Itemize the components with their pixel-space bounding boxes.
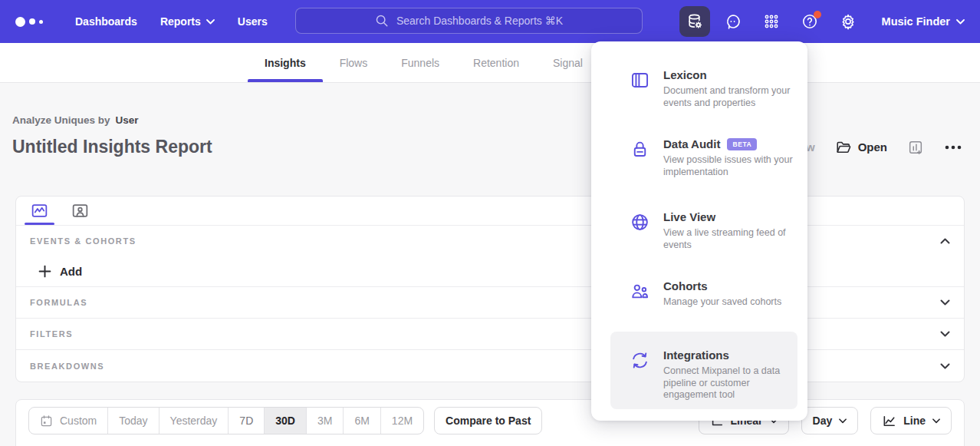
chevron-down-icon: [206, 19, 215, 25]
menu-item-title: Data Audit: [663, 137, 720, 150]
menu-item-lexicon[interactable]: Lexicon Document and transform your even…: [591, 68, 807, 109]
chevron-up-icon[interactable]: [940, 238, 950, 244]
menu-item-description: Document and transform your events and p…: [663, 85, 801, 109]
subtitle-entity[interactable]: User: [116, 114, 139, 126]
chevron-down-icon[interactable]: [940, 299, 950, 306]
nav-label: Users: [238, 15, 268, 28]
chevron-down-icon[interactable]: [940, 363, 950, 369]
apps-grid-icon[interactable]: [756, 6, 787, 37]
range-label: Yesterday: [170, 415, 218, 427]
range-yesterday-segment[interactable]: Yesterday: [159, 408, 229, 434]
menu-item-description: Manage your saved cohorts: [663, 296, 801, 309]
range-3m-segment[interactable]: 3M: [307, 408, 344, 434]
add-to-dashboard-icon[interactable]: [907, 139, 924, 156]
add-label: Add: [60, 265, 82, 278]
feedback-chat-icon[interactable]: [718, 6, 748, 37]
section-formulas[interactable]: FORMULAS: [16, 287, 964, 319]
section-filters[interactable]: FILTERS: [16, 319, 964, 350]
tab-funnels[interactable]: Funnels: [384, 43, 456, 82]
range-label: 3M: [317, 415, 332, 427]
data-management-dropdown: Lexicon Document and transform your even…: [591, 41, 807, 421]
range-today-segment[interactable]: Today: [108, 408, 159, 434]
tab-signal[interactable]: Signal: [536, 43, 600, 82]
project-name: Music Finder: [882, 15, 950, 28]
tab-label: Flows: [340, 57, 368, 69]
nav-item-users[interactable]: Users: [238, 15, 268, 28]
beta-badge: BETA: [727, 138, 757, 150]
menu-item-integrations-highlight[interactable]: Integrations Connect Mixpanel to a data …: [610, 332, 797, 409]
menu-item-description: Connect Mixpanel to a data pipeline or c…: [663, 365, 801, 401]
tab-retention[interactable]: Retention: [456, 43, 536, 82]
tab-insights[interactable]: Insights: [248, 43, 323, 82]
builder-view-tabs: [16, 197, 964, 226]
compare-to-past-button[interactable]: Compare to Past: [434, 407, 542, 434]
search-placeholder: Search Dashboards & Reports ⌘K: [396, 15, 563, 27]
range-6m-segment[interactable]: 6M: [344, 408, 380, 434]
data-management-icon[interactable]: [679, 6, 710, 37]
search-icon: [375, 14, 389, 28]
mixpanel-logo[interactable]: [15, 17, 52, 27]
menu-item-integrations[interactable]: Integrations Connect Mixpanel to a data …: [610, 349, 797, 401]
tab-flows[interactable]: Flows: [323, 43, 385, 82]
profiles-person-icon[interactable]: [67, 197, 93, 225]
project-switcher[interactable]: Music Finder: [882, 15, 965, 28]
folder-open-icon: [835, 139, 852, 156]
section-label: BREAKDOWNS: [30, 362, 104, 371]
notification-dot: [814, 11, 821, 18]
menu-item-title: Integrations: [663, 349, 729, 362]
chevron-down-icon: [932, 418, 940, 424]
chevron-down-icon[interactable]: [940, 331, 950, 337]
page-title[interactable]: Untitled Insights Report: [12, 137, 212, 157]
calendar-icon: [40, 415, 53, 428]
section-breakdowns[interactable]: BREAKDOWNS: [16, 350, 964, 382]
top-navigation: Dashboards Reports Users Search Dashboar…: [0, 0, 980, 43]
range-label: 6M: [354, 415, 369, 427]
query-builder-panel: EVENTS & COHORTS Add FORMULAS FILTERS BR…: [15, 196, 965, 382]
report-tabbar: Insights Flows Funnels Retention Signal …: [0, 43, 980, 83]
tab-label: Insights: [265, 57, 306, 69]
section-events-cohorts[interactable]: EVENTS & COHORTS: [16, 226, 964, 256]
menu-item-title: Lexicon: [663, 68, 707, 81]
nav-item-dashboards[interactable]: Dashboards: [75, 15, 137, 28]
nav-item-reports[interactable]: Reports: [160, 15, 215, 28]
settings-gear-icon[interactable]: [833, 6, 863, 37]
menu-item-cohorts[interactable]: Cohorts Manage your saved cohorts: [591, 279, 807, 309]
chevron-down-icon: [956, 19, 965, 25]
section-label: EVENTS & COHORTS: [30, 236, 136, 246]
chevron-down-icon: [839, 418, 847, 424]
range-custom-segment[interactable]: Custom: [29, 408, 108, 434]
range-label: Custom: [60, 415, 97, 427]
tab-label: Signal: [553, 57, 583, 69]
lexicon-book-icon: [630, 70, 650, 91]
help-icon[interactable]: [794, 6, 825, 37]
more-options-icon[interactable]: [944, 144, 962, 150]
nav-label: Reports: [160, 15, 201, 28]
range-7d-segment[interactable]: 7D: [229, 408, 265, 434]
report-subtitle: Analyze Uniques byUser: [12, 114, 139, 126]
search-input[interactable]: Search Dashboards & Reports ⌘K: [295, 8, 643, 34]
open-report-button[interactable]: Open: [835, 139, 887, 156]
plus-icon: [38, 265, 51, 278]
menu-item-data-audit[interactable]: Data Audit BETA View possible issues wit…: [591, 137, 807, 178]
cohorts-people-icon: [630, 281, 650, 302]
menu-item-live-view[interactable]: Live View View a live streaming feed of …: [591, 210, 807, 251]
chart-toolbar-panel: Custom Today Yesterday 7D 30D 3M 6M 12M …: [15, 399, 965, 446]
range-30d-segment[interactable]: 30D: [265, 408, 307, 434]
interval-selector[interactable]: Day: [801, 407, 859, 434]
range-12m-segment[interactable]: 12M: [381, 408, 423, 434]
menu-item-title: Cohorts: [663, 279, 708, 292]
section-label: FORMULAS: [30, 298, 87, 307]
range-label: 12M: [392, 415, 413, 427]
tab-label: Funnels: [401, 57, 439, 69]
tab-label: Retention: [473, 57, 519, 69]
chart-type-selector[interactable]: Line: [870, 407, 952, 434]
line-chart-icon: [882, 414, 896, 428]
date-range-control: Custom Today Yesterday 7D 30D 3M 6M 12M: [28, 407, 424, 434]
menu-item-description: View a live streaming feed of events: [663, 227, 801, 251]
insights-chart-icon[interactable]: [27, 197, 52, 225]
menu-item-description: View possible issues with your implement…: [663, 154, 801, 178]
open-label: Open: [858, 140, 887, 154]
interval-label: Day: [813, 415, 833, 427]
add-event-button[interactable]: Add: [16, 256, 964, 287]
subtitle-prefix: Analyze Uniques by: [12, 114, 110, 126]
